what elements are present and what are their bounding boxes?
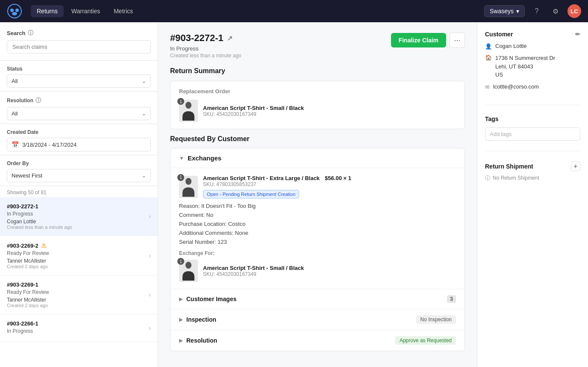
navbar: Returns Warranties Metrics Swaseys ▾ ? ⚙… <box>0 0 588 22</box>
exchanges-accordion[interactable]: ▼ Exchanges <box>171 148 465 168</box>
exchange-qty-badge: 1 <box>177 174 184 181</box>
claim-id: #903-2266-1 <box>7 320 149 327</box>
date-label: Created Date <box>7 129 151 135</box>
customer-images-header[interactable]: ▶ Customer Images 3 <box>171 289 465 309</box>
email-icon: ✉ <box>485 84 490 90</box>
resolution-filter: Resolution ⓘ All <box>0 92 158 124</box>
showing-count: Showing 50 of 81 <box>0 186 158 197</box>
order-by-filter: Order By Newest First <box>0 155 158 186</box>
status-label: Status <box>7 66 151 72</box>
replacement-product-row: 1 American Script T-Shirt - Small / Blac… <box>179 100 456 122</box>
status-filter: Status All <box>0 61 158 92</box>
claim-item[interactable]: #903-2269-1 Ready For Review Tanner McAl… <box>0 275 158 314</box>
exchange-product-info: American Script T-Shirt - Extra Large / … <box>203 175 351 198</box>
comment-row: Comment: No <box>179 212 456 218</box>
settings-button[interactable]: ⚙ <box>549 4 562 18</box>
nav-returns[interactable]: Returns <box>31 5 64 17</box>
return-shipment-header: Return Shipment + <box>485 162 580 171</box>
add-return-shipment-button[interactable]: + <box>571 162 580 171</box>
replacement-order-section: Replacement Order 1 American Script T-Sh… <box>171 81 465 129</box>
inspection-section: ▶ Inspection No Inspection <box>171 309 465 330</box>
claim-date: Created 2 days ago <box>7 303 149 308</box>
exchange-for-qty-badge: 1 <box>177 258 184 265</box>
claim-date: Created 2 days ago <box>7 264 149 269</box>
claim-item[interactable]: #903-2269-2 ⚠ Ready For Review Tanner Mc… <box>0 236 158 275</box>
claim-created: Created less than a minute ago <box>170 53 241 59</box>
return-shipment-section: Return Shipment + ⓘ No Return Shipment <box>485 162 580 192</box>
nav-warranties[interactable]: Warranties <box>65 5 106 17</box>
customer-name-row: 👤 Cogan Lottle <box>485 43 580 50</box>
navbar-right: Swaseys ▾ ? ⚙ LC <box>484 4 581 18</box>
claim-status: In Progress <box>7 328 149 334</box>
help-button[interactable]: ? <box>530 4 544 18</box>
order-by-select-wrap: Newest First <box>7 169 151 182</box>
warning-icon: ⚠ <box>41 242 47 249</box>
sidebar: Search ⓘ Status All Resolution ⓘ All <box>0 22 158 367</box>
tenant-label: Swaseys <box>490 8 514 15</box>
date-filter: Created Date 📅 3/18/2024 - 4/17/2024 <box>0 124 158 155</box>
customer-images-section: ▶ Customer Images 3 <box>171 289 465 309</box>
tags-section: Tags Add tags <box>485 115 580 151</box>
claim-item[interactable]: #903-2266-1 In Progress › <box>0 314 158 342</box>
resolution-label: Resolution ⓘ <box>7 97 151 104</box>
claim-id: #903-2269-1 <box>7 281 149 288</box>
svg-point-4 <box>185 102 191 109</box>
claim-customer: Tanner McAllister <box>7 258 149 264</box>
exchange-for-label: Exchange For: <box>179 250 456 256</box>
inspection-header[interactable]: ▶ Inspection No Inspection <box>171 309 465 330</box>
chevron-down-icon: ▼ <box>179 155 184 161</box>
calendar-icon: 📅 <box>12 141 19 148</box>
resolution-select[interactable]: All <box>7 107 151 120</box>
purchase-location-row: Purchase Location: Costco <box>179 221 456 227</box>
claim-date: Created less than a minute ago <box>7 225 149 230</box>
claim-id: #903-2272-1 <box>7 203 149 210</box>
exchange-product-row: 1 American Script T-Shirt - Extra Large … <box>179 175 456 198</box>
main-content: #903-2272-1 ↗ In Progress Created less t… <box>158 22 477 367</box>
claim-status-badge: In Progress <box>170 45 241 52</box>
product-qty-badge: 1 <box>177 98 184 105</box>
inspection-status: No Inspection <box>416 315 456 324</box>
resolution-select-wrap: All <box>7 107 151 120</box>
search-input[interactable] <box>7 40 151 53</box>
customer-address-row: 🏠 1736 N Summercrest Dr Lehi, UT 84043 U… <box>485 54 580 79</box>
finalize-claim-button[interactable]: Finalize Claim <box>391 33 446 47</box>
order-by-select[interactable]: Newest First <box>7 169 151 182</box>
claim-item[interactable]: #903-2272-1 In Progress Cogan Lottle Cre… <box>0 197 158 236</box>
status-select-wrap: All <box>7 74 151 88</box>
reason-row: Reason: It Doesn't Fit - Too Big <box>179 203 456 209</box>
return-summary-title: Return Summary <box>170 67 465 75</box>
search-info-icon[interactable]: ⓘ <box>28 29 33 37</box>
status-select[interactable]: All <box>7 74 151 88</box>
main-nav: Returns Warranties Metrics <box>31 5 484 17</box>
logo[interactable] <box>7 3 22 19</box>
open-pending-badge[interactable]: Open - Pending Return Shipment Creation <box>203 190 299 198</box>
claim-customer: Cogan Lottle <box>7 219 149 225</box>
more-options-button[interactable]: ··· <box>450 33 465 48</box>
claim-status: Ready For Review <box>7 289 149 295</box>
product-thumbnail: 1 <box>179 100 198 122</box>
images-count-badge: 3 <box>447 295 456 303</box>
replacement-order-label: Replacement Order <box>179 88 456 95</box>
edit-customer-icon[interactable]: ✏ <box>575 31 580 38</box>
customer-email-row: ✉ lcottle@corso.com <box>485 83 580 90</box>
avatar[interactable]: LC <box>567 4 581 18</box>
return-shipment-title: Return Shipment <box>485 163 533 170</box>
add-tags-select[interactable]: Add tags <box>485 127 580 141</box>
claim-title: #903-2272-1 ↗ <box>170 33 241 44</box>
header-actions: Finalize Claim ··· <box>391 33 465 48</box>
external-link-icon[interactable]: ↗ <box>227 34 232 42</box>
svg-point-2 <box>15 9 19 12</box>
tenant-selector[interactable]: Swaseys ▾ <box>484 5 525 17</box>
search-label: Search ⓘ <box>7 29 151 37</box>
svg-point-6 <box>185 262 191 269</box>
nav-metrics[interactable]: Metrics <box>108 5 139 17</box>
resolution-header[interactable]: ▶ Resolution Approve as Requested <box>171 330 465 351</box>
resolution-info-icon[interactable]: ⓘ <box>35 97 41 104</box>
chevron-right-icon: ▶ <box>179 317 183 323</box>
svg-point-3 <box>12 12 17 15</box>
chevron-right-icon: › <box>149 213 151 220</box>
chevron-right-icon: › <box>149 291 151 299</box>
chevron-down-icon: ▾ <box>516 8 519 15</box>
date-range-input[interactable]: 📅 3/18/2024 - 4/17/2024 <box>7 138 151 151</box>
claim-customer: Tanner McAllister <box>7 297 149 303</box>
